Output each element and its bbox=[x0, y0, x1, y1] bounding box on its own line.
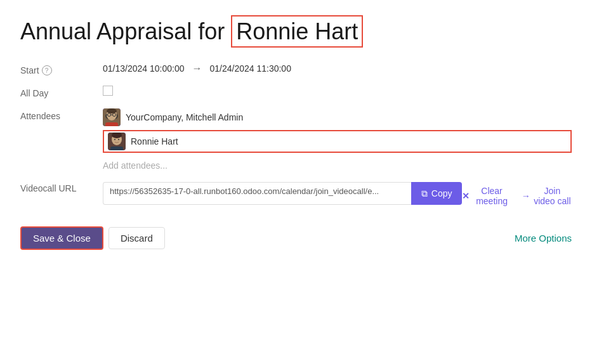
add-attendees[interactable]: Add attendees... bbox=[103, 160, 572, 171]
videocall-row: Videocall URL https://56352635-17-0-all.… bbox=[20, 181, 572, 206]
copy-button[interactable]: ⧉ Copy bbox=[411, 182, 463, 205]
arrow-icon: → bbox=[192, 63, 202, 74]
start-value: 01/13/2024 10:00:00 → 01/24/2024 11:30:0… bbox=[103, 63, 572, 74]
svg-rect-17 bbox=[110, 146, 123, 150]
svg-rect-11 bbox=[105, 122, 118, 126]
more-options-button[interactable]: More Options bbox=[515, 233, 572, 244]
attendee-mitchell-name: YourCompany, Mitchell Admin bbox=[126, 112, 243, 122]
join-arrow-icon: → bbox=[522, 191, 530, 201]
videocall-url-input[interactable]: https://56352635-17-0-all.runbot160.odoo… bbox=[103, 182, 411, 205]
join-video-label: Join video call bbox=[533, 186, 572, 206]
attendee-mitchell[interactable]: YourCompany, Mitchell Admin bbox=[103, 108, 572, 126]
svg-point-15 bbox=[114, 139, 115, 140]
start-row: Start ? 01/13/2024 10:00:00 → 01/24/2024… bbox=[20, 63, 572, 75]
footer-left: Save & Close Discard bbox=[20, 226, 165, 250]
videocall-label: Videocall URL bbox=[20, 181, 103, 193]
discard-button[interactable]: Discard bbox=[109, 227, 165, 249]
save-close-button[interactable]: Save & Close bbox=[20, 226, 103, 250]
avatar-mitchell bbox=[103, 108, 121, 126]
footer-actions: Save & Close Discard More Options bbox=[20, 226, 572, 250]
videocall-actions: ✕ Clear meeting → Join video call bbox=[462, 186, 572, 206]
x-icon: ✕ bbox=[462, 191, 470, 201]
clear-meeting-label: Clear meeting bbox=[472, 186, 511, 206]
attendees-row: Attendees bbox=[20, 108, 572, 171]
svg-point-16 bbox=[118, 139, 119, 140]
all-day-row: All Day bbox=[20, 86, 572, 98]
avatar-ronnie bbox=[108, 133, 126, 150]
all-day-value bbox=[103, 86, 572, 98]
all-day-label: All Day bbox=[20, 86, 103, 98]
copy-button-label: Copy bbox=[431, 188, 452, 198]
start-label: Start ? bbox=[20, 63, 103, 75]
svg-point-10 bbox=[107, 108, 117, 114]
help-icon[interactable]: ? bbox=[42, 65, 52, 75]
attendees-list: YourCompany, Mitchell Admin bbox=[103, 108, 572, 171]
page-title: Annual Appraisal for Ronnie Hart bbox=[20, 15, 572, 48]
start-date: 01/13/2024 10:00:00 bbox=[103, 63, 184, 74]
videocall-value: https://56352635-17-0-all.runbot160.odoo… bbox=[103, 181, 572, 206]
title-name: Ronnie Hart bbox=[231, 15, 363, 48]
join-video-button[interactable]: → Join video call bbox=[522, 186, 572, 206]
attendees-label: Attendees bbox=[20, 108, 103, 121]
title-prefix: Annual Appraisal for bbox=[20, 18, 231, 44]
all-day-checkbox[interactable] bbox=[103, 86, 113, 96]
attendees-value: YourCompany, Mitchell Admin bbox=[103, 108, 572, 171]
end-date: 01/24/2024 11:30:00 bbox=[209, 63, 291, 74]
attendee-ronnie[interactable]: Ronnie Hart bbox=[103, 130, 572, 153]
copy-icon: ⧉ bbox=[421, 188, 428, 199]
attendee-ronnie-name: Ronnie Hart bbox=[131, 136, 178, 146]
clear-meeting-button[interactable]: ✕ Clear meeting bbox=[462, 186, 511, 206]
